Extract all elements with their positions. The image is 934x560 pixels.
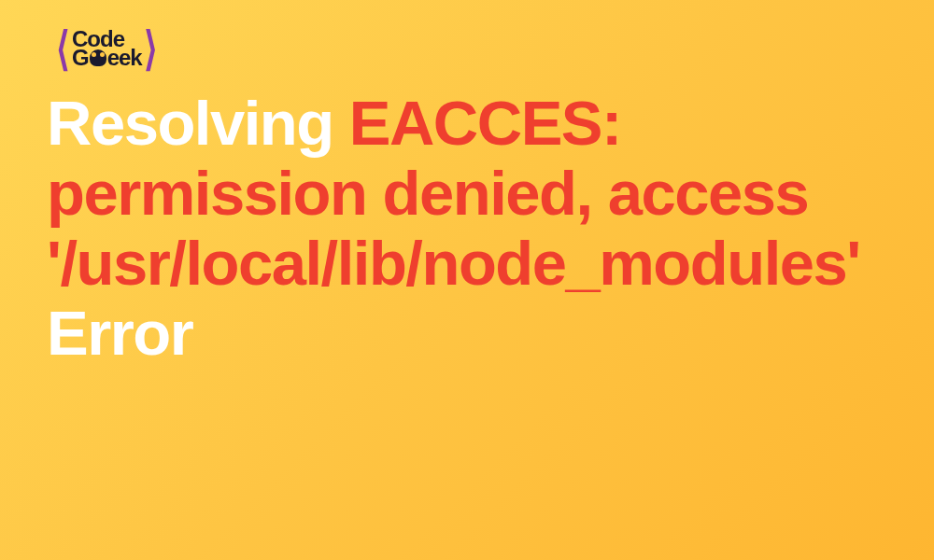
owl-icon — [90, 49, 106, 66]
logo-text: Code Geek — [72, 30, 142, 68]
logo-line2: Geek — [72, 49, 142, 67]
logo-bracket-right-icon: ⟩ — [144, 21, 158, 75]
logo-g: G — [72, 49, 89, 67]
logo-bracket-left-icon: ⟨ — [56, 21, 70, 75]
title-error-word: Error — [47, 298, 192, 368]
logo: ⟨ Code Geek ⟩ — [56, 28, 887, 69]
logo-eek: eek — [107, 49, 142, 67]
page-title: Resolving EACCES: permission denied, acc… — [47, 88, 887, 368]
title-resolving: Resolving — [47, 88, 349, 158]
banner-container: ⟨ Code Geek ⟩ Resolving EACCES: permissi… — [0, 0, 934, 396]
